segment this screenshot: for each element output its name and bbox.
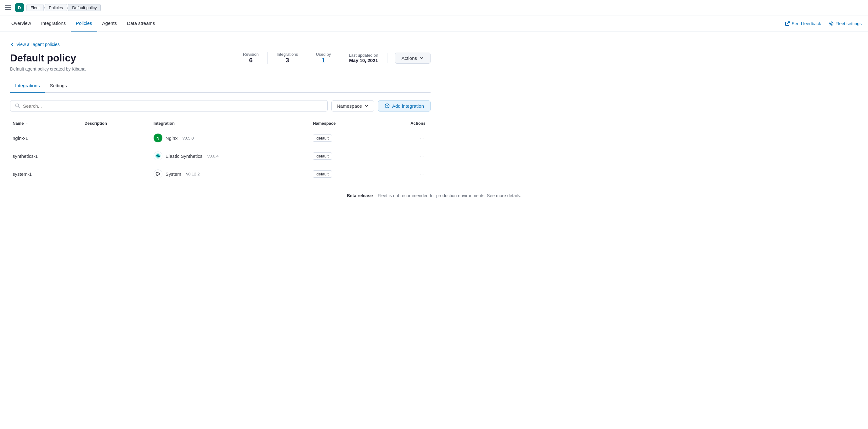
- back-arrow-icon: [10, 42, 14, 47]
- footer: Beta release – Fleet is not recommended …: [0, 183, 868, 204]
- col-description: Description: [79, 118, 148, 129]
- meta-used-by: Used by 1: [307, 52, 340, 64]
- row-name-nginx: nginx-1: [10, 129, 79, 147]
- row-actions-system: ⋯: [377, 165, 431, 183]
- used-by-value[interactable]: 1: [316, 57, 331, 64]
- sort-icon: ↑: [26, 121, 28, 125]
- fleet-settings-link[interactable]: Fleet settings: [829, 21, 862, 26]
- toolbar: Namespace Add integration: [10, 100, 431, 112]
- footer-normal: – Fleet is not recommended for productio…: [373, 193, 521, 198]
- col-actions: Actions: [377, 118, 431, 129]
- integrations-table: Name ↑ Description Integration Namespace…: [10, 118, 431, 183]
- nav-data-streams[interactable]: Data streams: [122, 16, 160, 31]
- main-nav: Overview Integrations Policies Agents Da…: [0, 16, 868, 32]
- row-desc-system: [79, 165, 148, 183]
- breadcrumb-arrow-1: ›: [43, 5, 45, 10]
- breadcrumb-fleet[interactable]: Fleet: [26, 4, 44, 11]
- actions-button[interactable]: Actions: [395, 53, 431, 64]
- synthetics-svg-icon: [155, 152, 161, 160]
- breadcrumb-default-policy[interactable]: Default policy: [68, 4, 101, 11]
- row-namespace-nginx: default: [308, 129, 377, 147]
- row-desc-synthetics: [79, 147, 148, 165]
- footer-bold: Beta release: [347, 193, 373, 198]
- table-row: nginx-1 N Nginx v0.5.0 default ⋯: [10, 129, 431, 147]
- policy-description: Default agent policy created by Kibana: [10, 66, 431, 72]
- tab-integrations[interactable]: Integrations: [10, 79, 45, 93]
- row-integration-synthetics: Elastic Synthetics v0.0.4: [149, 147, 308, 165]
- row-actions-menu-nginx[interactable]: ⋯: [419, 135, 426, 141]
- system-icon: [154, 169, 162, 178]
- top-bar: D Fleet › Policies › Default policy: [0, 0, 868, 16]
- policy-title: Default policy: [10, 52, 226, 64]
- search-wrapper: [10, 100, 328, 112]
- plus-circle-icon: [384, 103, 390, 108]
- used-by-label: Used by: [316, 52, 331, 57]
- send-feedback-link[interactable]: Send feedback: [785, 21, 821, 26]
- table-row: system-1 System v0.12.2: [10, 165, 431, 183]
- row-integration-system: System v0.12.2: [149, 165, 308, 183]
- row-integration-nginx: N Nginx v0.5.0: [149, 129, 308, 147]
- svg-point-1: [16, 104, 19, 107]
- fleet-settings-label: Fleet settings: [836, 21, 862, 26]
- row-namespace-system: default: [308, 165, 377, 183]
- hamburger-menu-icon[interactable]: [5, 4, 12, 11]
- meta-integrations: Integrations 3: [268, 52, 307, 64]
- row-actions-menu-synthetics[interactable]: ⋯: [419, 152, 426, 160]
- namespace-badge-system: default: [313, 170, 332, 178]
- row-name-system: system-1: [10, 165, 79, 183]
- col-name[interactable]: Name ↑: [10, 118, 79, 129]
- sub-tabs: Integrations Settings: [10, 79, 431, 93]
- search-icon: [15, 103, 21, 109]
- synthetics-integration-name: Elastic Synthetics: [165, 153, 203, 159]
- last-updated-label: Last updated on: [349, 53, 378, 58]
- tab-settings[interactable]: Settings: [45, 79, 72, 93]
- nav-links: Overview Integrations Policies Agents Da…: [6, 16, 785, 31]
- namespace-badge-nginx: default: [313, 135, 332, 142]
- revision-label: Revision: [243, 52, 259, 57]
- nginx-integration-version: v0.5.0: [183, 136, 193, 141]
- meta-last-updated: Last updated on May 10, 2021: [340, 53, 388, 63]
- namespace-chevron-icon: [365, 104, 369, 108]
- back-link-label: View all agent policies: [17, 42, 60, 47]
- add-integration-label: Add integration: [392, 103, 424, 109]
- nav-agents[interactable]: Agents: [97, 16, 122, 31]
- system-integration-version: v0.12.2: [186, 172, 200, 176]
- nginx-integration-name: Nginx: [165, 136, 178, 141]
- system-svg-icon: [155, 170, 161, 177]
- add-integration-button[interactable]: Add integration: [378, 101, 431, 112]
- breadcrumb-policies[interactable]: Policies: [45, 4, 67, 11]
- policy-header: Default policy Revision 6 Integrations 3…: [10, 52, 431, 64]
- col-integration: Integration: [149, 118, 308, 129]
- namespace-label: Namespace: [337, 103, 362, 109]
- external-link-icon: [785, 22, 789, 26]
- actions-button-label: Actions: [402, 55, 417, 61]
- table-row: synthetics-1 Elastic Synthetics: [10, 147, 431, 165]
- row-actions-menu-system[interactable]: ⋯: [419, 170, 426, 177]
- nav-policies[interactable]: Policies: [71, 16, 97, 31]
- svg-point-0: [830, 23, 832, 24]
- row-desc-nginx: [79, 129, 148, 147]
- nav-integrations[interactable]: Integrations: [36, 16, 71, 31]
- row-namespace-synthetics: default: [308, 147, 377, 165]
- nav-right: Send feedback Fleet settings: [785, 21, 862, 26]
- breadcrumb-arrow-2: ›: [67, 5, 68, 10]
- breadcrumb: Fleet › Policies › Default policy: [26, 4, 101, 11]
- revision-value: 6: [243, 57, 259, 64]
- integrations-count-label: Integrations: [277, 52, 298, 57]
- integrations-count-value: 3: [277, 57, 298, 64]
- row-actions-synthetics: ⋯: [377, 147, 431, 165]
- nav-overview[interactable]: Overview: [6, 16, 36, 31]
- row-name-synthetics: synthetics-1: [10, 147, 79, 165]
- gear-icon: [829, 21, 834, 26]
- synthetics-integration-version: v0.0.4: [208, 154, 218, 159]
- content-area: View all agent policies Default policy R…: [0, 32, 441, 183]
- policy-meta: Revision 6 Integrations 3 Used by 1 Last…: [234, 52, 388, 64]
- send-feedback-label: Send feedback: [792, 21, 821, 26]
- back-link[interactable]: View all agent policies: [10, 42, 431, 47]
- chevron-down-icon: [420, 56, 424, 60]
- namespace-filter-button[interactable]: Namespace: [332, 101, 374, 112]
- synthetics-icon: [154, 151, 162, 160]
- search-input[interactable]: [23, 103, 323, 109]
- nginx-icon: N: [154, 134, 162, 142]
- meta-revision: Revision 6: [234, 52, 268, 64]
